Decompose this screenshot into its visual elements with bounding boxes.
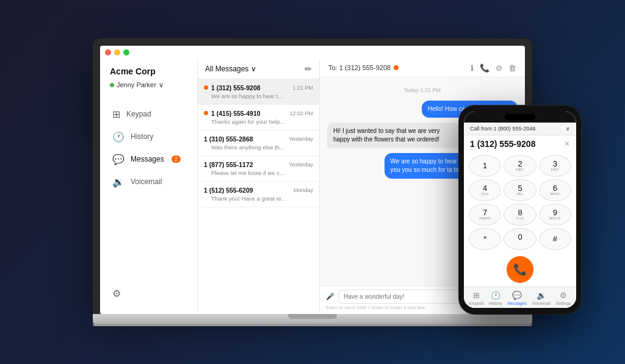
message-item-0[interactable]: 1 (312) 555-9208 1:21 PM We are so happy…: [198, 79, 319, 105]
compose-icon[interactable]: ✏: [305, 64, 312, 74]
recipient-status-dot: [394, 65, 399, 70]
message-time-0: 1:21 PM: [292, 85, 313, 91]
phone-keypad: 1 2 ABC 3 DEF 4 GHI 5: [464, 152, 576, 252]
voicemail-icon: 🔉: [112, 176, 125, 188]
phone-nav-history-icon: 🕐: [491, 291, 500, 300]
sidebar-item-voicemail-label: Voicemail: [131, 177, 162, 186]
sidebar-nav: ⊞ Keypad 🕐 History 💬 Messages 2: [100, 99, 197, 280]
phone-nav-keypad[interactable]: ⊞ Keypad: [469, 291, 483, 305]
sidebar-item-voicemail[interactable]: 🔉 Voicemail: [100, 171, 197, 193]
key-hash[interactable]: #: [539, 228, 571, 250]
phone-call-button-row: 📞: [464, 252, 576, 287]
message-number-3: 1 (877) 555-1172: [204, 161, 253, 168]
sidebar-item-history[interactable]: 🕐 History: [100, 126, 197, 148]
sidebar-item-keypad[interactable]: ⊞ Keypad: [100, 104, 197, 125]
history-icon: 🕐: [112, 131, 125, 143]
settings-button[interactable]: ⚙: [100, 280, 197, 307]
message-time-3: Yesterday: [289, 162, 313, 168]
minimize-button[interactable]: [114, 49, 120, 55]
message-item-1[interactable]: 1 (415) 555-4910 12:02 PM Thanks again f…: [198, 105, 319, 130]
message-item-3[interactable]: 1 (877) 555-1172 Yesterday Please let me…: [198, 156, 319, 182]
microphone-icon: 🎤: [326, 293, 334, 301]
traffic-lights: [100, 46, 525, 59]
phone-number-text: 1 (312) 555-9208: [470, 139, 535, 149]
sidebar-item-messages[interactable]: 💬 Messages 2: [100, 149, 197, 170]
chat-header: To: 1 (312) 555-9208 ℹ 📞 ⊘ 🗑: [320, 59, 525, 77]
phone-nav-messages-icon: 💬: [512, 291, 522, 300]
phone-number-display: 1 (312) 555-9208 ✕: [464, 135, 576, 152]
online-indicator: [110, 83, 114, 87]
phone-call-bar: Call from 1 (800) 555-2046 ∨: [464, 123, 576, 135]
call-dropdown-icon: ∨: [566, 126, 570, 132]
phone-notch-pill: [505, 114, 535, 120]
user-name: Jenny Parker: [117, 81, 156, 88]
key-9[interactable]: 9 WXYZ: [539, 204, 571, 226]
message-preview-1: Thanks again for your help...: [211, 118, 313, 125]
message-list-body: 1 (312) 555-9208 1:21 PM We are so happy…: [198, 79, 319, 314]
phone-nav-voicemail-icon: 🔉: [536, 291, 546, 300]
key-6[interactable]: 6 MNO: [539, 179, 571, 201]
recipient-label: To: 1 (312) 555-9208: [328, 64, 391, 71]
company-name: Acme Corp: [100, 66, 197, 81]
key-7[interactable]: 7 PQRS: [469, 204, 501, 226]
message-number-0: 1 (312) 555-9208: [204, 84, 261, 91]
phone-call-button[interactable]: 📞: [507, 256, 533, 283]
message-time-4: Monday: [294, 187, 313, 193]
message-list-panel: All Messages ∨ ✏ 1 (312) 555-9208: [198, 59, 320, 314]
messages-icon: 💬: [112, 154, 125, 165]
phone-overlay: Call from 1 (800) 555-2046 ∨ 1 (312) 555…: [459, 105, 581, 314]
chat-date-label: Today 1:21 PM: [327, 87, 518, 93]
chat-recipient: To: 1 (312) 555-9208: [328, 64, 399, 71]
sidebar-item-history-label: History: [131, 132, 153, 141]
call-from-label: Call from 1 (800) 555-2046: [470, 126, 536, 132]
key-5[interactable]: 5 JKL: [504, 179, 536, 201]
sidebar-item-messages-label: Messages: [131, 155, 164, 163]
phone-nav-settings[interactable]: ⚙ Settings: [555, 291, 571, 305]
block-icon[interactable]: ⊘: [496, 63, 502, 73]
maximize-button[interactable]: [123, 49, 129, 55]
message-list-title[interactable]: All Messages ∨: [205, 65, 256, 73]
message-number-1: 1 (415) 555-4910: [204, 110, 261, 117]
message-preview-0: We are so happy to hear t...: [211, 93, 313, 99]
delete-icon[interactable]: 🗑: [508, 63, 516, 73]
unread-dot-1: [204, 111, 208, 115]
message-item-2[interactable]: 1 (310) 555-2868 Yesterday Was there any…: [198, 130, 319, 156]
message-number-2: 1 (310) 555-2868: [204, 135, 253, 143]
message-time-1: 12:02 PM: [289, 110, 313, 116]
chat-bubble-1: Hi! I just wanted to say that we are ver…: [327, 123, 460, 148]
all-messages-label: All Messages: [205, 65, 248, 73]
phone-screen: Call from 1 (800) 555-2046 ∨ 1 (312) 555…: [464, 112, 576, 308]
info-icon[interactable]: ℹ: [471, 63, 474, 73]
phone-nav-voicemail[interactable]: 🔉 Voicemail: [532, 291, 551, 305]
phone-bottom-nav: ⊞ Keypad 🕐 History 💬 Messages 🔉 Voicemai…: [464, 287, 576, 308]
phone-call-icon: 📞: [513, 263, 527, 276]
keypad-icon: ⊞: [112, 109, 120, 120]
key-2[interactable]: 2 ABC: [504, 155, 536, 177]
message-preview-4: Thank you! Have a great re...: [211, 195, 313, 202]
user-info[interactable]: Jenny Parker ∨: [100, 81, 197, 99]
phone-icon[interactable]: 📞: [480, 63, 490, 73]
message-preview-2: Was there anything else th...: [211, 144, 313, 151]
message-time-2: Yesterday: [289, 136, 313, 142]
key-4[interactable]: 4 GHI: [469, 179, 501, 201]
sidebar: Acme Corp Jenny Parker ∨ ⊞ Keypad: [100, 59, 198, 314]
user-arrow: ∨: [159, 81, 164, 89]
key-1[interactable]: 1: [469, 155, 501, 177]
sidebar-item-keypad-label: Keypad: [126, 110, 151, 118]
phone-nav-messages[interactable]: 💬 Messages: [507, 291, 527, 305]
key-star[interactable]: *: [469, 228, 501, 250]
key-0[interactable]: 0 ·: [504, 228, 536, 250]
message-number-4: 1 (512) 555-6209: [204, 187, 253, 194]
message-item-4[interactable]: 1 (512) 555-6209 Monday Thank you! Have …: [198, 182, 319, 207]
key-3[interactable]: 3 DEF: [539, 155, 571, 177]
phone-clear-icon[interactable]: ✕: [564, 140, 570, 148]
close-button[interactable]: [105, 49, 111, 55]
key-8[interactable]: 8 TUV: [504, 204, 536, 226]
phone-nav-history[interactable]: 🕐 History: [489, 291, 502, 305]
chat-header-actions: ℹ 📞 ⊘ 🗑: [471, 63, 516, 73]
message-preview-3: Please let me know if we c...: [211, 170, 313, 176]
laptop-base: [93, 314, 532, 324]
phone-notch: [464, 112, 576, 123]
app-container: Acme Corp Jenny Parker ∨ ⊞ Keypad: [93, 38, 532, 326]
phone-nav-settings-icon: ⚙: [560, 291, 567, 300]
